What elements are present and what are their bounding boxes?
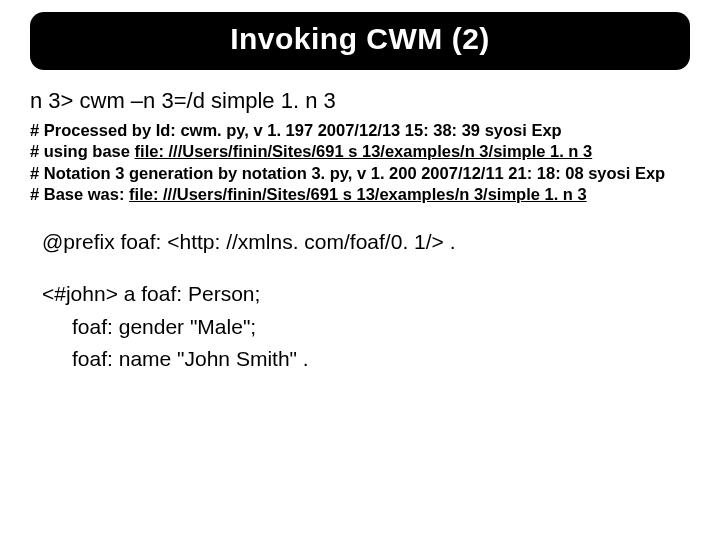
title-bar: Invoking CWM (2) xyxy=(30,12,690,70)
comment-2: # using base file: ///Users/finin/Sites/… xyxy=(30,141,690,162)
comment-3: # Notation 3 generation by notation 3. p… xyxy=(30,163,690,184)
rdf-line-3: foaf: name "John Smith" . xyxy=(42,343,678,376)
comment-2-link: file: ///Users/finin/Sites/691 s 13/exam… xyxy=(135,142,593,160)
rdf-block: @prefix foaf: <http: //xmlns. com/foaf/0… xyxy=(42,226,678,376)
comment-4: # Base was: file: ///Users/finin/Sites/6… xyxy=(30,184,690,205)
rdf-prefix: @prefix foaf: <http: //xmlns. com/foaf/0… xyxy=(42,226,678,259)
comment-2-pre: # using base xyxy=(30,142,135,160)
comment-4-pre: # Base was: xyxy=(30,185,129,203)
command-line: n 3> cwm –n 3=/d simple 1. n 3 xyxy=(30,88,690,114)
slide: Invoking CWM (2) n 3> cwm –n 3=/d simple… xyxy=(0,0,720,540)
rdf-line-1: <#john> a foaf: Person; xyxy=(42,278,678,311)
comment-4-link: file: ///Users/finin/Sites/691 s 13/exam… xyxy=(129,185,587,203)
rdf-line-2: foaf: gender "Male"; xyxy=(42,311,678,344)
slide-title: Invoking CWM (2) xyxy=(48,22,672,56)
comments-block: # Processed by Id: cwm. py, v 1. 197 200… xyxy=(30,120,690,206)
comment-1: # Processed by Id: cwm. py, v 1. 197 200… xyxy=(30,120,690,141)
